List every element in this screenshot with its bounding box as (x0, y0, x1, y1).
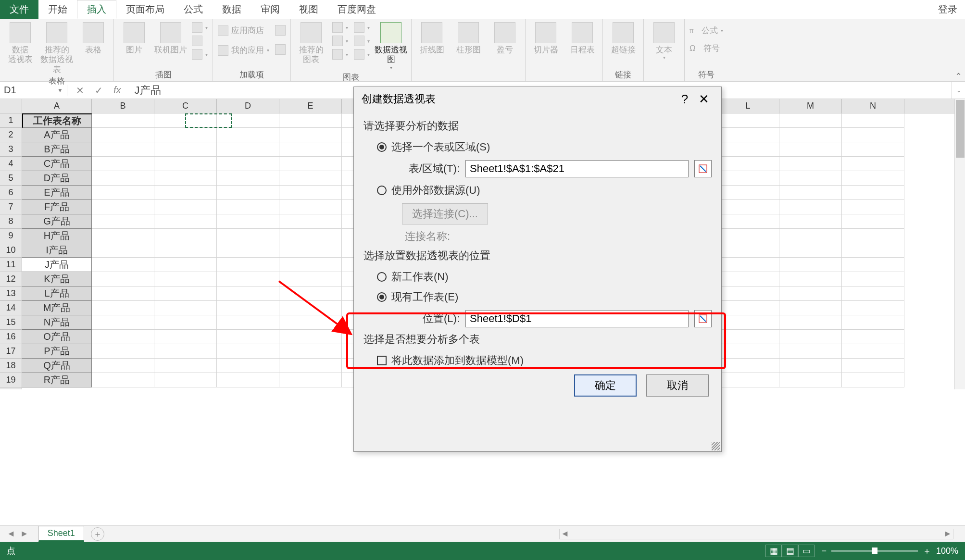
cell-A1[interactable]: 工作表名称 (22, 113, 92, 128)
cell-C11[interactable] (154, 258, 217, 272)
cell-D17[interactable] (217, 344, 279, 359)
table-button[interactable]: 表格 (76, 20, 111, 55)
cell-M19[interactable] (779, 373, 842, 387)
cell-B3[interactable] (92, 142, 154, 157)
cell-C16[interactable] (154, 330, 217, 344)
cell-C5[interactable] (154, 171, 217, 186)
cell-E19[interactable] (279, 373, 342, 387)
zoom-slider[interactable] (831, 550, 918, 552)
cell-E15[interactable] (279, 315, 342, 330)
view-pagebreak-icon[interactable]: ▭ (798, 545, 815, 557)
shapes-button[interactable]: ▾ (190, 21, 210, 34)
cell-D16[interactable] (217, 330, 279, 344)
cell-E9[interactable] (279, 229, 342, 243)
cell-C6[interactable] (154, 186, 217, 200)
cell-M2[interactable] (779, 128, 842, 142)
sparkline-button[interactable]: 折线图 (414, 20, 449, 55)
cell-N15[interactable] (842, 315, 904, 330)
cell-A5[interactable]: D产品 (22, 171, 92, 186)
row-header-15[interactable]: 15 (0, 315, 22, 330)
cell-L5[interactable] (717, 171, 779, 186)
chart-bar-button[interactable]: ▾ (330, 48, 350, 61)
symbol-button[interactable]: Ω 符号 (688, 42, 725, 55)
cell-B18[interactable] (92, 359, 154, 373)
cell-E6[interactable] (279, 186, 342, 200)
cell-M12[interactable] (779, 272, 842, 286)
cell-E14[interactable] (279, 301, 342, 315)
sparkcol-button[interactable]: 柱形图 (451, 20, 486, 55)
cell-N9[interactable] (842, 229, 904, 243)
dialog-help-icon[interactable]: ? (675, 92, 694, 107)
cell-C17[interactable] (154, 344, 217, 359)
cell-N6[interactable] (842, 186, 904, 200)
row-header-6[interactable]: 6 (0, 186, 22, 200)
cell-N11[interactable] (842, 258, 904, 272)
row-header-1[interactable]: 1 (0, 113, 22, 128)
row-header-8[interactable]: 8 (0, 214, 22, 229)
row-header-17[interactable]: 17 (0, 344, 22, 359)
cell-L6[interactable] (717, 186, 779, 200)
radio-external-source[interactable]: 使用外部数据源(U) (377, 183, 712, 198)
online-picture-button[interactable]: 联机图片 (153, 20, 188, 55)
cell-B11[interactable] (92, 258, 154, 272)
cell-B13[interactable] (92, 286, 154, 301)
screenshot-button[interactable]: ▾ (190, 48, 210, 61)
cell-E17[interactable] (279, 344, 342, 359)
row-header-7[interactable]: 7 (0, 200, 22, 214)
cell-M15[interactable] (779, 315, 842, 330)
cell-B17[interactable] (92, 344, 154, 359)
cell-D15[interactable] (217, 315, 279, 330)
equation-button[interactable]: π 公式 ▾ (688, 24, 725, 37)
cell-M3[interactable] (779, 142, 842, 157)
cell-B15[interactable] (92, 315, 154, 330)
cell-L11[interactable] (717, 258, 779, 272)
cell-D12[interactable] (217, 272, 279, 286)
cell-L9[interactable] (717, 229, 779, 243)
app-store-button[interactable]: 应用商店 (216, 24, 271, 37)
col-header-B[interactable]: B (92, 99, 154, 113)
cell-C18[interactable] (154, 359, 217, 373)
cell-A18[interactable]: Q产品 (22, 359, 92, 373)
winloss-button[interactable]: 盈亏 (488, 20, 522, 55)
zoom-level[interactable]: 100% (936, 546, 958, 556)
cell-D2[interactable] (217, 128, 279, 142)
resize-grip-icon[interactable] (712, 442, 720, 450)
timeline-button[interactable]: 日程表 (565, 20, 600, 55)
cell-L3[interactable] (717, 142, 779, 157)
hyperlink-button[interactable]: 超链接 (606, 20, 640, 55)
row-header-14[interactable]: 14 (0, 301, 22, 315)
people-button[interactable] (273, 43, 288, 56)
cell-E4[interactable] (279, 157, 342, 171)
col-header-L[interactable]: L (717, 99, 779, 113)
col-header-C[interactable]: C (154, 99, 217, 113)
cell-N12[interactable] (842, 272, 904, 286)
cell-A15[interactable]: N产品 (22, 315, 92, 330)
cell-L14[interactable] (717, 301, 779, 315)
range-ref-button[interactable] (694, 160, 712, 177)
tab-baidu[interactable]: 百度网盘 (328, 0, 386, 19)
cell-D9[interactable] (217, 229, 279, 243)
cell-N5[interactable] (842, 171, 904, 186)
cell-A9[interactable]: H产品 (22, 229, 92, 243)
cell-A17[interactable]: P产品 (22, 344, 92, 359)
cell-B12[interactable] (92, 272, 154, 286)
cell-L8[interactable] (717, 214, 779, 229)
sheet-tab-sheet1[interactable]: Sheet1 (38, 526, 84, 542)
row-header-3[interactable]: 3 (0, 142, 22, 157)
sheet-nav-last-icon[interactable]: ► (20, 529, 29, 539)
row-header-4[interactable]: 4 (0, 157, 22, 171)
rec-charts-button[interactable]: 推荐的图表 (294, 20, 328, 65)
zoom-in-icon[interactable]: ＋ (923, 545, 931, 557)
view-layout-icon[interactable]: ▤ (782, 545, 798, 557)
cell-N14[interactable] (842, 301, 904, 315)
cell-B6[interactable] (92, 186, 154, 200)
cell-N2[interactable] (842, 128, 904, 142)
cell-L12[interactable] (717, 272, 779, 286)
cell-M16[interactable] (779, 330, 842, 344)
chart-pie-button[interactable]: ▾ (330, 35, 350, 47)
tab-file[interactable]: 文件 (0, 0, 38, 19)
dialog-close-icon[interactable]: ✕ (694, 92, 714, 107)
cell-N4[interactable] (842, 157, 904, 171)
cell-N8[interactable] (842, 214, 904, 229)
smartart-button[interactable] (190, 35, 210, 47)
